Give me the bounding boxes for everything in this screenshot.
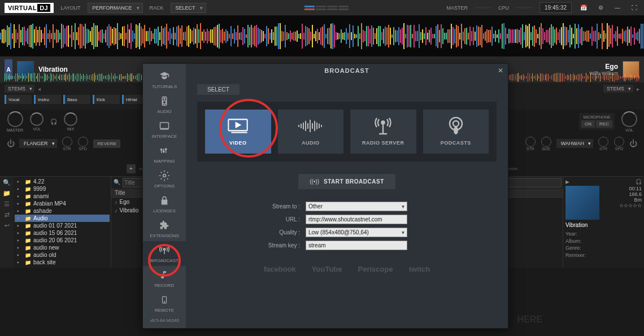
fx-str-knob-b2[interactable]	[598, 137, 608, 147]
folder-item[interactable]: ▪📁audio 20 06 2021	[15, 237, 110, 244]
folder-item[interactable]: ▪📁ashade	[15, 207, 110, 215]
rack-dropdown[interactable]: SELECT	[171, 3, 206, 13]
folder-item[interactable]: ▪📁audio 15 06 2021	[15, 229, 110, 237]
stem-instru[interactable]: Instru	[34, 95, 61, 104]
modal-sb-audio[interactable]: AUDIO	[143, 92, 186, 117]
social-twitch[interactable]: twitch	[409, 265, 430, 273]
stream-to-select[interactable]: Other	[306, 202, 407, 211]
social-youtube[interactable]: YouTube	[312, 265, 342, 273]
topbar: VIRTUALDJ LAYOUT PERFORMANCE RACK SELECT…	[0, 0, 644, 16]
stems-dropdown-b[interactable]: STEMS	[603, 85, 633, 93]
modal-sb-mapping[interactable]: MAPPING	[143, 142, 186, 167]
svg-point-30	[382, 121, 385, 124]
folder-item[interactable]: ▪📁Arabian MP4	[15, 200, 110, 207]
info-play-icon[interactable]: ▶	[565, 179, 569, 185]
videofx-plus-a[interactable]: +	[127, 164, 136, 173]
url-input[interactable]	[306, 215, 407, 224]
lib-list-icon[interactable]: ☰	[4, 200, 10, 208]
lib-search-icon[interactable]: 🔍	[3, 179, 11, 186]
main-waveform[interactable]	[0, 16, 644, 56]
info-hp-icon[interactable]: 🎧	[636, 179, 642, 185]
layout-label: LAYOUT	[60, 5, 80, 11]
fx-dropdown-b[interactable]: WAHWAH	[556, 139, 593, 148]
select-tab[interactable]: SELECT	[197, 84, 240, 95]
modal-close-icon[interactable]: ✕	[498, 67, 503, 75]
vol-knob-b[interactable]: VOL	[621, 111, 637, 132]
lib-swap-icon[interactable]: ⇄	[5, 211, 10, 219]
folder-tree[interactable]: ▪📁4.22▪📁9999▪📁anami▪📁Arabian MP4▪📁ashade…	[14, 177, 111, 268]
center-indicators	[304, 6, 349, 10]
svg-rect-19	[298, 125, 299, 127]
modal-sb-record[interactable]: RECORD	[143, 266, 186, 291]
fx-str-knob-a[interactable]	[62, 137, 72, 147]
svg-point-11	[163, 174, 166, 177]
modal-sb-extensions[interactable]: EXTENSIONS	[143, 216, 186, 241]
rack-label: RACK	[150, 5, 164, 11]
folder-item[interactable]: ▪📁anami	[15, 193, 110, 200]
modal-sb-broadcast[interactable]: BROADCAST	[143, 241, 186, 266]
maximize-icon[interactable]: ⛶	[629, 3, 639, 13]
master-knob-a[interactable]: MASTER	[7, 111, 23, 132]
remote-icon	[157, 294, 172, 306]
lib-folder-icon[interactable]: 📁	[3, 190, 11, 197]
extensions-icon	[157, 219, 172, 232]
lib-arrow-icon[interactable]: ↩	[5, 222, 10, 229]
fx-spd-knob-b[interactable]	[614, 137, 624, 147]
stem-kick[interactable]: Kick	[93, 95, 120, 104]
fx-toggle-icon-b[interactable]: ⏻	[629, 139, 637, 148]
folder-item[interactable]: ▪📁9999	[15, 185, 110, 193]
master-label: MASTER	[447, 5, 468, 11]
record-icon	[157, 269, 172, 281]
vol-knob-a[interactable]: VOL	[30, 112, 43, 131]
quality-select[interactable]: Low (854x480@750,64)	[306, 228, 407, 237]
social-facebook[interactable]: facebook	[264, 265, 296, 273]
stream-key-input[interactable]	[306, 241, 407, 250]
modal-sb-options[interactable]: OPTIONS	[143, 167, 186, 191]
fx-toggle-icon-a[interactable]: ⏻	[7, 139, 15, 148]
search-icon[interactable]: 🔍	[112, 178, 121, 187]
mix-knob-a[interactable]: MIX	[64, 112, 77, 131]
stems-dropdown-a[interactable]: STEMS	[5, 85, 34, 93]
reverb-button-a[interactable]: REVERB	[93, 139, 121, 148]
folder-item[interactable]: ▪📁audio 01 07 2021	[15, 222, 110, 229]
fx-str-knob-b1[interactable]	[525, 137, 536, 147]
modal-sidebar: TUTORIALSAUDIOINTERFACEMAPPINGOPTIONSLIC…	[143, 64, 186, 328]
audio-icon	[157, 95, 172, 107]
tutorials-icon	[157, 70, 172, 82]
bc-option-video[interactable]: VIDEO	[205, 110, 271, 154]
bc-option-audio[interactable]: AUDIO	[278, 110, 344, 154]
folder-item[interactable]: ▪📁back site	[15, 259, 110, 266]
fx-spd-knob-a[interactable]	[78, 137, 88, 147]
modal-sb-interface[interactable]: INTERFACE	[143, 117, 186, 142]
settings-icon[interactable]: ⚙	[595, 3, 606, 13]
svg-rect-20	[301, 124, 302, 128]
stem-bass[interactable]: Bass	[63, 95, 90, 104]
folder-item[interactable]: ▪📁4.22	[15, 178, 110, 185]
minimize-icon[interactable]: —	[612, 3, 623, 13]
radio-server-icon	[373, 117, 393, 134]
folder-item[interactable]: ▪📁Audio	[15, 215, 110, 222]
layout-dropdown[interactable]: PERFORMANCE	[88, 3, 143, 13]
bc-option-podcasts[interactable]: PODCASTS	[423, 110, 489, 154]
start-broadcast-button[interactable]: ((•)) START BROADCAST	[298, 174, 395, 189]
fx-dropdown-a[interactable]: FLANGER	[19, 139, 57, 148]
modal-sb-licenses[interactable]: LICENSES	[143, 191, 186, 216]
svg-point-10	[165, 149, 167, 150]
library-sidebar: 🔍 📁 ☰ ⇄ ↩	[0, 177, 14, 268]
bc-option-radio-server[interactable]: RADIO SERVER	[350, 110, 416, 154]
modal-sb-tutorials[interactable]: TUTORIALS	[143, 67, 186, 92]
mic-rec-button[interactable]: REC	[596, 120, 612, 128]
folder-item[interactable]: ▪📁audio new	[15, 244, 110, 251]
calendar-icon[interactable]: 📅	[578, 3, 589, 13]
fx-size-knob-b[interactable]	[541, 137, 551, 147]
cpu-meter	[516, 7, 533, 8]
svg-rect-25	[312, 123, 313, 129]
modal-sb-remote[interactable]: REMOTE	[143, 291, 186, 316]
stem-vocal[interactable]: Vocal	[5, 95, 32, 104]
mic-panel: MICROPHONE ON REC	[579, 113, 615, 130]
mic-on-button[interactable]: ON	[581, 120, 595, 128]
social-periscope[interactable]: Periscope	[358, 265, 393, 273]
folder-item[interactable]: ▪📁audio old	[15, 251, 110, 259]
svg-rect-21	[303, 123, 304, 129]
svg-point-2	[164, 98, 165, 99]
